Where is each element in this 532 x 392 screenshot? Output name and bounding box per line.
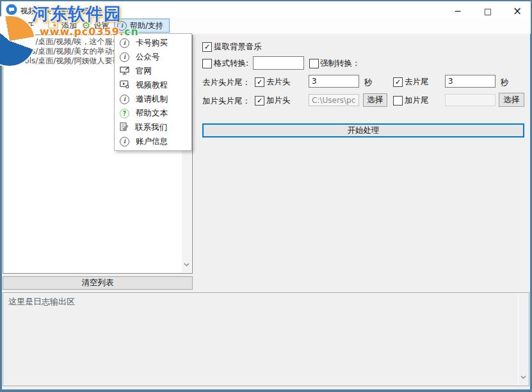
menu-item-official-account[interactable]: i 公众号 [115, 50, 191, 64]
question-icon: ? [120, 109, 129, 118]
log-scrollbar[interactable] [518, 294, 528, 385]
window-title: 视频片头片尾处理器1.0 [20, 6, 102, 17]
append-tail-checkbox[interactable] [393, 96, 403, 106]
menu-item-help-text[interactable]: ? 帮助文本 [115, 106, 191, 120]
info-icon: i [120, 137, 129, 146]
menu-item-label: 公众号 [136, 52, 160, 63]
folder-add-icon [48, 20, 58, 31]
force-convert-checkbox[interactable] [309, 59, 319, 68]
menu-item-contact-us[interactable]: 联系我们 [115, 120, 191, 134]
maximize-button[interactable]: □ [477, 3, 499, 19]
append-row-label: 加片头片尾： [202, 96, 250, 107]
menu-item-label: 邀请机制 [136, 94, 168, 105]
menu-item-label: 官网 [136, 66, 152, 77]
checkmark: ✓ [257, 97, 262, 104]
menu-item-label: 视频教程 [136, 80, 168, 91]
help-menu: i 卡号购买 i 公众号 官网 视频教程 i 邀请机制 ? 帮助 [114, 33, 192, 151]
folder-open-icon [5, 20, 15, 31]
info-icon: i [120, 95, 129, 104]
append-tail-label: 加片尾 [405, 95, 429, 106]
clear-list-button[interactable]: 清空列表 [3, 276, 193, 290]
log-area[interactable]: 这里是日志输出区 [3, 292, 529, 386]
append-tail-select-button[interactable]: 选择 [499, 93, 524, 107]
checkmark: ✓ [395, 79, 401, 86]
log-text: 这里是日志输出区 [8, 296, 75, 308]
trim-head-seconds-input[interactable] [309, 75, 359, 88]
menu-item-label: 帮助文本 [136, 108, 168, 119]
toolbar-help-label: 帮助/支持 [130, 20, 163, 31]
contact-icon [120, 122, 129, 133]
info-icon: i [117, 21, 127, 31]
video-tutorial-icon [120, 80, 129, 90]
checkmark: ✓ [257, 79, 262, 86]
menu-item-video-tutorial[interactable]: 视频教程 [115, 78, 191, 92]
toolbar-open-label: 打开 [19, 20, 34, 31]
checkmark: ✓ [204, 43, 210, 51]
format-convert-checkbox[interactable] [202, 59, 212, 68]
menu-item-card-purchase[interactable]: i 卡号购买 [115, 36, 191, 50]
trim-tail-checkbox[interactable]: ✓ [393, 77, 403, 87]
trim-tail-label: 去片尾 [405, 77, 429, 88]
menu-item-invite-mechanism[interactable]: i 邀请机制 [115, 92, 191, 106]
minimize-button[interactable]: − [447, 3, 469, 19]
append-head-path-input[interactable] [309, 94, 359, 106]
extract-bgm-checkbox[interactable]: ✓ [202, 42, 212, 52]
append-head-label: 加片头 [266, 95, 291, 106]
trim-head-label: 去片头 [266, 77, 291, 88]
toolbar-button-open[interactable]: 打开 [3, 19, 36, 33]
menu-item-label: 账户信息 [136, 136, 168, 147]
append-head-checkbox[interactable]: ✓ [255, 96, 264, 106]
toolbar-button-help[interactable]: i 帮助/支持 [114, 19, 170, 33]
menu-item-account-info[interactable]: i 账户信息 [115, 134, 191, 148]
toolbar-add-label: 添加 [61, 20, 77, 31]
menu-item-label: 卡号购买 [136, 38, 168, 49]
extract-bgm-label: 提取背景音乐 [214, 42, 262, 52]
trim-head-checkbox[interactable]: ✓ [255, 77, 264, 87]
website-icon [120, 66, 129, 77]
toolbar-button-settings[interactable]: ⚙ 设置 [79, 19, 111, 33]
menu-item-official-website[interactable]: 官网 [115, 64, 191, 78]
force-convert-label: 强制转换： [320, 58, 360, 69]
title-bar: 视频片头片尾处理器1.0 − □ × [1, 1, 531, 18]
trim-row-label: 去片头片尾： [202, 77, 250, 88]
trim-tail-seconds-input[interactable] [445, 75, 496, 88]
info-icon: i [120, 52, 129, 62]
chevron-down-icon[interactable] [184, 257, 189, 269]
trim-head-unit: 秒 [364, 77, 373, 88]
info-icon: i [120, 38, 129, 48]
chevron-down-icon[interactable] [520, 370, 526, 382]
trim-tail-unit: 秒 [501, 77, 509, 88]
app-icon [6, 4, 17, 18]
gear-icon: ⚙ [82, 21, 90, 31]
toolbar-button-add[interactable]: 添加 [45, 19, 79, 33]
format-convert-label: 格式转换: [214, 58, 248, 69]
menu-item-label: 联系我们 [135, 122, 167, 133]
append-tail-path-input[interactable] [445, 94, 496, 106]
format-input[interactable] [253, 56, 304, 70]
toolbar-settings-label: 设置 [93, 20, 109, 31]
append-head-select-button[interactable]: 选择 [363, 93, 387, 107]
close-button[interactable]: × [506, 3, 528, 19]
start-processing-button[interactable]: 开始处理 [202, 123, 524, 137]
